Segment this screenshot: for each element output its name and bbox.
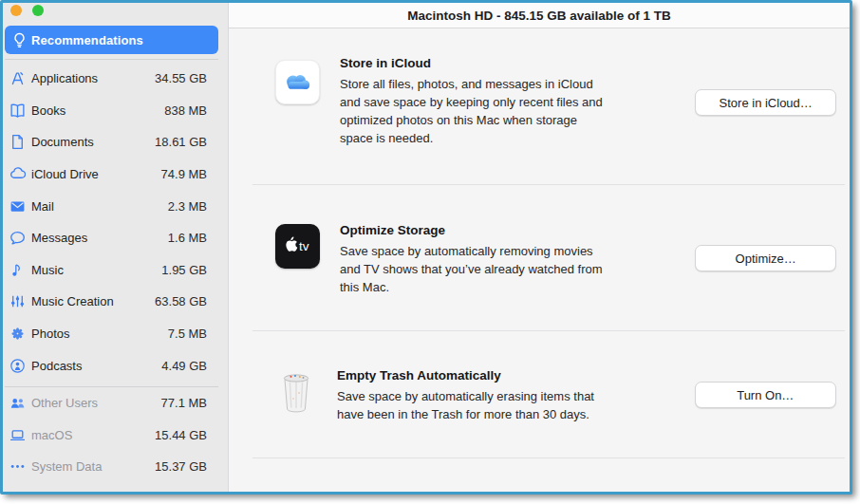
sidebar-item-label: Music (28, 263, 161, 277)
sidebar-item-icloud-drive[interactable]: iCloud Drive 74.9 MB (3, 159, 228, 191)
sidebar-item-label: Music Creation (28, 294, 155, 308)
recommendation-description: Save space by automatically erasing item… (337, 387, 695, 423)
music-creation-icon (9, 293, 26, 309)
books-icon (9, 103, 26, 119)
description-line: optimized photos on this Mac when storag… (340, 111, 695, 129)
sidebar-item-size: 15.44 GB (155, 428, 207, 442)
row-divider (252, 457, 845, 458)
sidebar-item-size: 838 MB (164, 103, 207, 118)
recommendation-title: Store in iCloud (340, 55, 695, 72)
users-icon (9, 395, 26, 411)
description-line: and TV shows that you’ve already watched… (340, 260, 695, 278)
description-line: Save space by automatically removing mov… (340, 242, 695, 260)
photos-icon (9, 326, 26, 342)
traffic-lights (3, 3, 228, 23)
recommendation-text: Store in iCloud Store all files, photos,… (340, 55, 695, 147)
sidebar-item-size: 15.37 GB (155, 459, 207, 474)
sidebar-item-label: Documents (28, 135, 155, 149)
cloud-icon (9, 166, 26, 182)
sidebar-item-label: Books (28, 103, 164, 118)
sidebar-item-label: Podcasts (28, 359, 161, 373)
optimize-button[interactable]: Optimize… (695, 245, 836, 271)
recommendation-title: Empty Trash Automatically (337, 367, 695, 384)
sidebar-item-documents[interactable]: Documents 18.61 GB (3, 126, 228, 159)
podcasts-icon (9, 358, 26, 374)
sidebar-item-photos[interactable]: Photos 7.5 MB (3, 318, 228, 350)
sidebar-item-messages[interactable]: Messages 1.6 MB (3, 222, 228, 254)
recommendation-text: Empty Trash Automatically Save space by … (337, 367, 695, 423)
sidebar-item-recommendations[interactable]: Recommendations (5, 26, 218, 54)
volume-title: Macintosh HD - 845.15 GB available of 1 … (407, 9, 671, 23)
sidebar-item-label: macOS (28, 428, 155, 442)
sidebar-item-label: Recommendations (31, 33, 143, 47)
sidebar-item-size: 63.58 GB (155, 294, 207, 308)
minimize-button[interactable] (10, 5, 22, 16)
sidebar-item-podcasts[interactable]: Podcasts 4.49 GB (3, 349, 228, 382)
recommendation-description: Store all files, photos, and messages in… (340, 75, 695, 147)
music-note-icon (9, 262, 26, 278)
recommendation-store-in-icloud: Store in iCloud Store all files, photos,… (229, 28, 850, 184)
store-in-icloud-button[interactable]: Store in iCloud… (695, 89, 836, 116)
sidebar-item-size: 2.3 MB (168, 199, 207, 214)
sidebar-item-size: 18.61 GB (155, 135, 207, 149)
sidebar-item-label: Other Users (28, 396, 161, 410)
sidebar-item-size: 74.9 MB (161, 167, 207, 181)
sidebar-item-size: 34.55 GB (155, 71, 207, 85)
recommendation-text: Optimize Storage Save space by automatic… (340, 222, 695, 296)
ellipsis-icon (9, 458, 26, 475)
description-line: Save space by automatically erasing item… (337, 387, 695, 405)
sidebar-item-other-users[interactable]: Other Users 77.1 MB (3, 387, 228, 420)
description-line: space is needed. (340, 129, 695, 147)
mail-icon (9, 198, 26, 215)
recommendation-title: Optimize Storage (340, 222, 695, 239)
icloud-app-icon (275, 60, 320, 104)
sidebar-item-size: 1.6 MB (168, 231, 207, 245)
sidebar-item-label: Photos (28, 327, 168, 341)
sidebar-item-music[interactable]: Music 1.95 GB (3, 254, 228, 287)
sidebar-item-books[interactable]: Books 838 MB (3, 95, 228, 127)
sidebar-item-label: iCloud Drive (28, 167, 161, 181)
document-icon (9, 134, 26, 150)
recommendations-content: Store in iCloud Store all files, photos,… (229, 28, 850, 492)
sidebar-item-label: Messages (28, 231, 168, 245)
storage-management-window: Recommendations Applications 34.55 GB Bo… (0, 0, 852, 495)
sidebar-item-size: 1.95 GB (161, 263, 207, 277)
recommendation-empty-trash: Empty Trash Automatically Save space by … (229, 331, 850, 457)
zoom-button[interactable] (32, 5, 44, 16)
recommendation-description: Save space by automatically removing mov… (340, 242, 695, 296)
applications-icon (9, 70, 26, 86)
description-line: and save space by keeping only recent fi… (340, 93, 695, 111)
sidebar-item-size: 77.1 MB (161, 396, 207, 410)
lightbulb-icon (11, 32, 28, 48)
trash-icon (275, 369, 317, 414)
sidebar-item-system-data[interactable]: System Data 15.37 GB (3, 451, 228, 483)
sidebar-items: Applications 34.55 GB Books 838 MB Docum… (3, 60, 228, 483)
description-line: have been in the Trash for more than 30 … (337, 405, 695, 423)
sidebar-item-music-creation[interactable]: Music Creation 63.58 GB (3, 286, 228, 318)
sidebar-item-applications[interactable]: Applications 34.55 GB (3, 63, 228, 95)
sidebar-item-label: Applications (28, 71, 155, 85)
sidebar: Recommendations Applications 34.55 GB Bo… (3, 3, 229, 492)
main-panel: Macintosh HD - 845.15 GB available of 1 … (229, 3, 850, 492)
apple-tv-app-icon: tv (275, 224, 320, 269)
svg-text:tv: tv (299, 238, 309, 252)
description-line: Store all files, photos, and messages in… (340, 75, 695, 93)
sidebar-item-mail[interactable]: Mail 2.3 MB (3, 190, 228, 222)
sidebar-item-label: Mail (28, 199, 168, 214)
window-titlebar: Macintosh HD - 845.15 GB available of 1 … (229, 3, 850, 28)
laptop-icon (9, 427, 26, 443)
turn-on-button[interactable]: Turn On… (695, 382, 836, 408)
sidebar-item-size: 7.5 MB (168, 327, 207, 341)
messages-icon (9, 230, 26, 246)
sidebar-item-label: System Data (28, 459, 155, 474)
sidebar-item-size: 4.49 GB (161, 359, 207, 373)
sidebar-item-macos[interactable]: macOS 15.44 GB (3, 420, 228, 452)
recommendation-optimize-storage: tv Optimize Storage Save space by automa… (229, 185, 850, 330)
description-line: this Mac. (340, 278, 695, 296)
